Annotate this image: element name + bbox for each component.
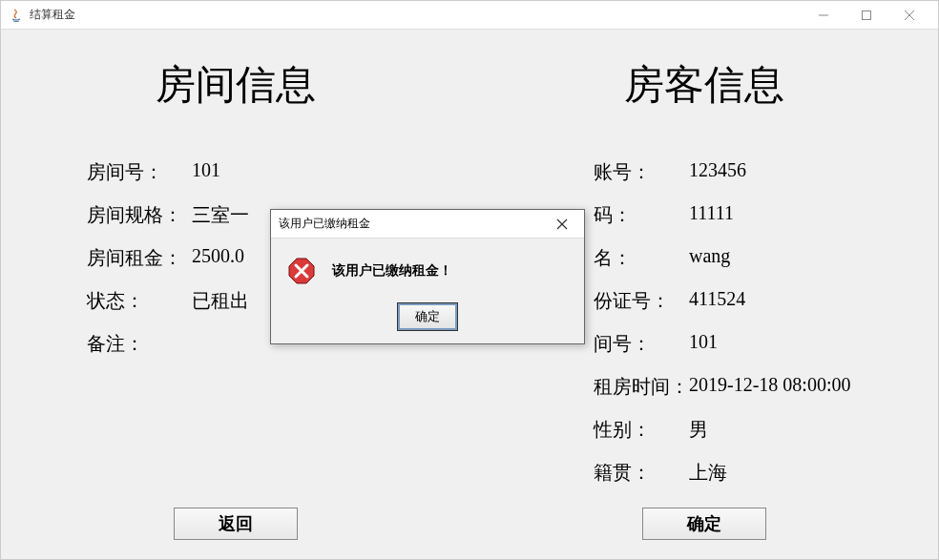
tenant-info-heading: 房客信息 <box>508 58 900 112</box>
idcard-label: 份证号： <box>594 288 689 314</box>
dialog-title: 该用户已缴纳租金 <box>279 216 548 232</box>
svg-rect-1 <box>862 10 870 19</box>
alert-dialog: 该用户已缴纳租金 该用户已缴纳租金！ 确定 <box>270 209 585 344</box>
dialog-close-button[interactable] <box>548 213 576 236</box>
tenant-room-label: 间号： <box>594 331 689 357</box>
name-value: wang <box>689 245 900 271</box>
back-button[interactable]: 返回 <box>174 508 298 540</box>
status-label: 状态： <box>87 288 192 314</box>
main-window: 结算租金 房间信息 房间号： 101 房间规格： 三室一 <box>0 0 939 560</box>
tenant-room-value: 101 <box>689 331 900 357</box>
origin-value: 上海 <box>689 460 900 486</box>
close-button[interactable] <box>887 2 930 29</box>
dialog-footer: 确定 <box>271 298 584 343</box>
dialog-ok-button[interactable]: 确定 <box>398 303 457 330</box>
rent-time-value: 2019-12-18 08:00:00 <box>689 374 900 400</box>
remark-label: 备注： <box>87 331 192 357</box>
room-rent-label: 房间租金： <box>87 245 192 271</box>
confirm-button[interactable]: 确定 <box>642 508 766 540</box>
dialog-body: 该用户已缴纳租金！ <box>271 239 584 298</box>
rent-time-row: 租房时间： 2019-12-18 08:00:00 <box>508 374 900 400</box>
room-number-row: 房间号： 101 <box>39 159 431 185</box>
window-title: 结算租金 <box>30 7 802 23</box>
gender-label: 性别： <box>594 417 689 443</box>
java-icon <box>9 8 24 23</box>
room-number-label: 房间号： <box>87 159 192 185</box>
origin-row: 籍贯： 上海 <box>508 460 900 486</box>
dialog-titlebar: 该用户已缴纳租金 <box>271 210 584 239</box>
room-info-heading: 房间信息 <box>39 58 431 112</box>
maximize-button[interactable] <box>845 2 887 29</box>
dialog-message: 该用户已缴纳租金！ <box>332 262 452 280</box>
name-label: 名： <box>594 245 689 271</box>
gender-row: 性别： 男 <box>508 417 900 443</box>
room-spec-label: 房间规格： <box>87 202 192 228</box>
account-label: 账号： <box>594 159 689 185</box>
rent-time-label: 租房时间： <box>594 374 689 400</box>
minimize-button[interactable] <box>802 2 845 29</box>
titlebar: 结算租金 <box>1 1 938 30</box>
error-icon <box>286 256 317 286</box>
room-number-value: 101 <box>192 159 431 185</box>
origin-label: 籍贯： <box>594 460 689 486</box>
idcard-value: 411524 <box>689 288 900 314</box>
right-button-row: 确定 <box>470 508 938 540</box>
left-button-row: 返回 <box>1 508 470 540</box>
account-row: 账号： 123456 <box>508 159 900 185</box>
window-controls <box>802 2 930 29</box>
password-value: 11111 <box>689 202 900 228</box>
gender-value: 男 <box>689 417 900 443</box>
account-value: 123456 <box>689 159 900 185</box>
password-label: 码： <box>594 202 689 228</box>
